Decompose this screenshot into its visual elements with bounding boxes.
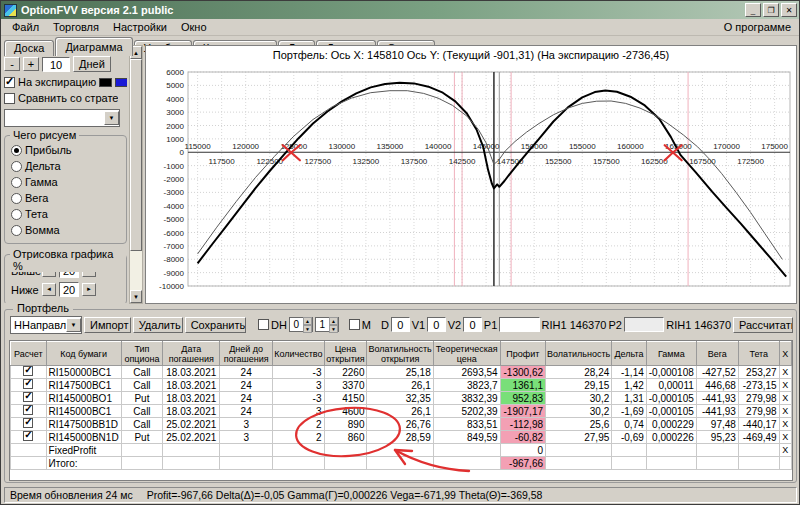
row-calc-checkbox[interactable] — [23, 379, 33, 389]
column-header[interactable]: Тета — [738, 342, 779, 366]
left-panel-scrollbar[interactable]: ▲ ▼ — [129, 45, 143, 304]
draw-option-label: Тета — [25, 208, 48, 220]
delete-row-button[interactable]: X — [779, 405, 791, 418]
delete-row-button[interactable]: X — [779, 379, 791, 392]
day-decrement-button[interactable]: - — [4, 57, 20, 71]
d-field[interactable]: 0 — [391, 317, 410, 332]
dh-spinner-1[interactable]: 0 ▲▼ — [289, 317, 313, 332]
draw-option-3[interactable]: Вега — [11, 192, 123, 204]
menu-item-1[interactable]: Торговля — [46, 20, 106, 34]
profit: -1907,17 — [500, 405, 545, 418]
expiry-date: 18.03.2021 — [163, 379, 220, 392]
scroll-down-icon[interactable]: ▼ — [130, 290, 142, 303]
svg-text:3000: 3000 — [166, 108, 184, 117]
expiration-color-swatch[interactable] — [99, 78, 112, 87]
delete-row-button[interactable]: X — [779, 444, 791, 457]
dh-checkbox[interactable] — [258, 319, 269, 330]
column-header[interactable]: X — [779, 342, 791, 366]
days-button[interactable]: Дней — [73, 56, 111, 72]
p1-instrument-label: RIH1 146370 — [542, 319, 607, 331]
on-expiration-checkbox[interactable] — [4, 77, 15, 88]
menu-about[interactable]: О программе — [724, 21, 795, 33]
dh-spinner-2[interactable]: 1 ▲▼ — [315, 317, 339, 332]
draw-option-5[interactable]: Вомма — [11, 224, 123, 236]
close-button[interactable]: ✕ — [781, 3, 797, 17]
menu-item-3[interactable]: Окно — [174, 20, 214, 34]
radio-icon[interactable] — [11, 209, 22, 220]
column-header[interactable]: Теоретическая цена — [433, 342, 500, 366]
radio-icon[interactable] — [11, 193, 22, 204]
row-calc-checkbox[interactable] — [23, 366, 33, 376]
direction-select[interactable]: ННаправле ▼ — [10, 316, 82, 334]
spinner-arrows-icon[interactable]: ▲▼ — [329, 317, 338, 333]
column-header[interactable]: Гамма — [646, 342, 696, 366]
column-header[interactable]: Дней до погашения — [220, 342, 273, 366]
column-header[interactable]: Цена открытия — [324, 342, 367, 366]
below-increase-button[interactable]: ► — [82, 283, 96, 296]
calc-cell — [11, 392, 47, 405]
radio-icon[interactable] — [11, 225, 22, 236]
import-button[interactable]: Импорт — [84, 317, 131, 333]
theoretical-price — [433, 457, 500, 470]
draw-option-1[interactable]: Дельта — [11, 160, 123, 172]
spinner-arrows-icon[interactable]: ▲▼ — [303, 317, 312, 333]
chevron-down-icon[interactable]: ▼ — [104, 111, 119, 125]
column-header[interactable]: Расчет — [11, 342, 47, 366]
p1-field[interactable] — [499, 317, 539, 332]
draw-option-2[interactable]: Гамма — [11, 176, 123, 188]
window-buttons: _ ❐ ✕ — [745, 3, 797, 17]
current-color-swatch[interactable] — [115, 78, 127, 87]
m-label: M — [362, 319, 371, 331]
column-header[interactable]: Волатильность — [546, 342, 612, 366]
delete-row-button[interactable]: X — [779, 392, 791, 405]
column-header[interactable]: Тип опциона — [121, 342, 163, 366]
day-increment-button[interactable]: + — [23, 57, 39, 71]
scrollbar-thumb[interactable] — [130, 59, 142, 251]
v2-field[interactable]: 0 — [463, 317, 482, 332]
draw-option-0[interactable]: Прибыль — [11, 144, 123, 156]
titlebar[interactable]: OptionFVV версия 2.1 public _ ❐ ✕ — [1, 1, 799, 19]
radio-icon[interactable] — [11, 177, 22, 188]
tab-0[interactable]: Доска — [4, 40, 54, 56]
days-count-field[interactable]: 10 — [42, 57, 70, 72]
m-checkbox[interactable] — [349, 319, 360, 330]
delete-row-button[interactable]: X — [779, 366, 791, 379]
below-decrease-button[interactable]: ◄ — [42, 283, 56, 296]
maximize-button[interactable]: ❐ — [763, 3, 779, 17]
row-calc-checkbox[interactable] — [23, 392, 33, 402]
column-header[interactable]: Профит — [500, 342, 545, 366]
column-header[interactable]: Волатильность открытия — [367, 342, 433, 366]
column-header[interactable]: Код бумаги — [46, 342, 121, 366]
draw-options: ПрибыльДельтаГаммаВегаТетаВомма — [11, 144, 123, 236]
menu-item-0[interactable]: Файл — [5, 20, 46, 34]
column-header[interactable]: Количество — [273, 342, 324, 366]
v1-field[interactable]: 0 — [427, 317, 446, 332]
svg-text:1000: 1000 — [166, 135, 184, 144]
delete-row-button[interactable]: X — [779, 431, 791, 444]
row-calc-checkbox[interactable] — [23, 431, 33, 441]
row-calc-checkbox[interactable] — [23, 418, 33, 428]
delete-button[interactable]: Удалить — [133, 317, 183, 333]
p2-field[interactable] — [624, 317, 664, 332]
below-percent-field[interactable]: 20 — [59, 282, 79, 297]
volatility — [546, 457, 612, 470]
calculate-button[interactable]: Рассчитать — [733, 317, 793, 333]
payoff-chart[interactable]: -10000-9000-8000-7000-6000-5000-4000-300… — [146, 62, 796, 302]
radio-icon[interactable] — [11, 161, 22, 172]
column-header[interactable]: Вега — [696, 342, 738, 366]
row-calc-checkbox[interactable] — [23, 405, 33, 415]
draw-option-4[interactable]: Тета — [11, 208, 123, 220]
tab-1[interactable]: Диаграмма — [55, 37, 132, 56]
menu-item-2[interactable]: Настройки — [106, 20, 174, 34]
strategy-select[interactable]: ▼ — [4, 109, 120, 127]
chevron-down-icon[interactable]: ▼ — [66, 318, 81, 332]
minimize-button[interactable]: _ — [745, 3, 761, 17]
save-button[interactable]: Сохранить — [185, 317, 246, 333]
column-header[interactable]: Дата погашения — [163, 342, 220, 366]
gamma: 0,00011 — [646, 379, 696, 392]
delete-row-button[interactable]: X — [779, 418, 791, 431]
compare-strategy-checkbox[interactable] — [4, 93, 15, 104]
column-header[interactable]: Дельта — [612, 342, 647, 366]
delta: -1,14 — [612, 366, 647, 379]
radio-icon[interactable] — [11, 145, 22, 156]
